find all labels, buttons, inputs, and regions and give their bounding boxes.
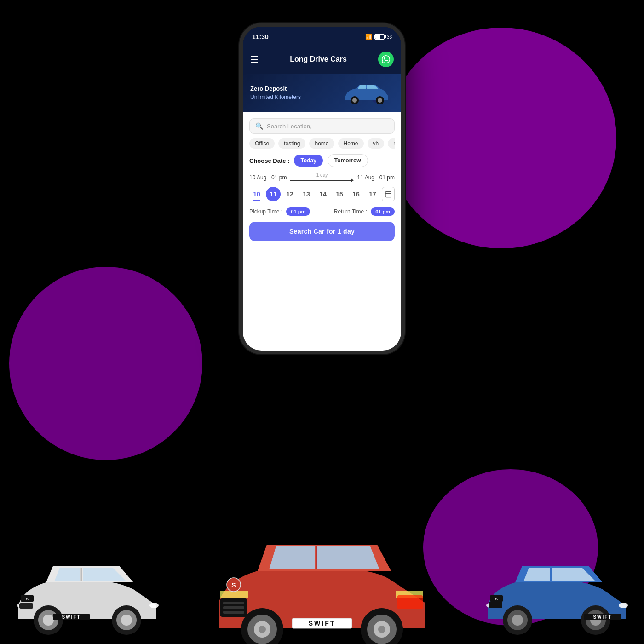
- svg-rect-13: [19, 603, 33, 609]
- pickup-time-value[interactable]: 01 pm: [286, 207, 310, 216]
- whatsapp-button[interactable]: [378, 52, 394, 67]
- pickup-time-label: Pickup Time :: [249, 208, 282, 215]
- chip-testing[interactable]: testing: [278, 138, 305, 149]
- white-car-svg: S SWIFT: [9, 546, 166, 638]
- car-right-container: S SWIFT: [478, 546, 635, 639]
- whatsapp-icon: [382, 55, 390, 63]
- cal-day-15[interactable]: 15: [332, 187, 347, 201]
- svg-point-2: [352, 98, 357, 103]
- app-title: Long Drive Cars: [290, 55, 347, 63]
- chip-home-upper[interactable]: Home: [338, 138, 364, 149]
- phone-frame: 11:30 📶 33 ☰ Long Drive Cars: [239, 23, 405, 354]
- svg-rect-47: [489, 602, 502, 608]
- today-button[interactable]: Today: [294, 155, 322, 167]
- battery-text: 33: [387, 34, 392, 40]
- arrow-line: [290, 178, 353, 182]
- search-car-button[interactable]: Search Car for 1 day: [249, 222, 395, 241]
- calendar-picker-button[interactable]: [382, 187, 395, 201]
- search-card: 🔍 Search Location, Office testing home H…: [243, 112, 401, 354]
- menu-icon[interactable]: ☰: [250, 54, 259, 65]
- hero-line2: Unlimited Kilometers: [250, 94, 301, 100]
- app-header: ☰ Long Drive Cars: [243, 47, 401, 74]
- svg-text:S: S: [495, 597, 498, 601]
- svg-point-36: [259, 626, 266, 633]
- svg-point-11: [150, 603, 159, 608]
- calendar-icon: [385, 190, 392, 198]
- blob-left: [9, 267, 202, 460]
- choose-date-row: Choose Date : Today Tomorrow: [249, 154, 395, 167]
- cal-day-14[interactable]: 14: [316, 187, 330, 201]
- location-chips: Office testing home Home vh med: [249, 138, 395, 149]
- search-icon: 🔍: [255, 122, 263, 130]
- svg-point-50: [512, 615, 523, 626]
- car-left-container: S SWIFT: [9, 546, 166, 639]
- svg-text:S: S: [231, 581, 236, 589]
- chip-vh[interactable]: vh: [368, 138, 385, 149]
- return-time-value[interactable]: 01 pm: [371, 207, 395, 216]
- end-date-label: 11 Aug - 01 pm: [357, 174, 395, 181]
- date-range-arrow: 1 day: [290, 172, 353, 182]
- svg-text:SWIFT: SWIFT: [593, 615, 612, 620]
- cal-day-13[interactable]: 13: [299, 187, 314, 201]
- blob-right: [386, 28, 616, 248]
- cal-day-12[interactable]: 12: [282, 187, 297, 201]
- svg-point-40: [378, 626, 385, 633]
- hero-car-svg: [339, 80, 394, 105]
- status-icons: 📶 33: [365, 34, 392, 40]
- svg-rect-27: [223, 602, 244, 604]
- svg-text:SWIFT: SWIFT: [62, 615, 80, 620]
- return-time-label: Return Time :: [334, 208, 367, 215]
- svg-point-45: [619, 603, 628, 608]
- svg-point-9: [16, 632, 159, 638]
- hero-car-image: [339, 80, 394, 105]
- calendar-dates: 10 11 12 13 14 15 16 17: [249, 187, 395, 201]
- cal-day-11[interactable]: 11: [266, 187, 281, 201]
- hero-line1: Zero Deposit: [250, 85, 301, 92]
- status-time: 11:30: [252, 33, 269, 40]
- svg-rect-30: [397, 595, 423, 609]
- svg-text:S: S: [26, 597, 29, 601]
- chip-office[interactable]: Office: [249, 138, 275, 149]
- red-car-svg: S SWIFT: [207, 513, 437, 644]
- wifi-icon: 📶: [365, 34, 372, 40]
- duration-label: 1 day: [316, 172, 328, 178]
- search-input[interactable]: Search Location,: [267, 123, 312, 130]
- tomorrow-button[interactable]: Tomorrow: [328, 154, 368, 167]
- time-row: Pickup Time : 01 pm Return Time : 01 pm: [249, 207, 395, 215]
- car-center-container: S SWIFT: [207, 513, 437, 644]
- pickup-time-group: Pickup Time : 01 pm: [249, 207, 310, 215]
- blue-car-svg: S SWIFT: [478, 546, 635, 638]
- battery-icon: [374, 34, 385, 40]
- cal-day-16[interactable]: 16: [349, 187, 363, 201]
- svg-rect-28: [223, 606, 244, 609]
- search-input-row[interactable]: 🔍 Search Location,: [249, 118, 395, 134]
- return-time-group: Return Time : 01 pm: [334, 207, 395, 215]
- hero-banner: Zero Deposit Unlimited Kilometers: [243, 74, 401, 112]
- start-date-label: 10 Aug - 01 pm: [249, 174, 287, 181]
- chip-home-lower[interactable]: home: [309, 138, 334, 149]
- phone-mockup: 11:30 📶 33 ☰ Long Drive Cars: [239, 23, 405, 354]
- svg-text:SWIFT: SWIFT: [309, 620, 336, 627]
- cal-day-10[interactable]: 10: [249, 187, 264, 201]
- svg-point-43: [485, 632, 628, 638]
- svg-point-4: [378, 98, 382, 103]
- status-bar: 11:30 📶 33: [243, 27, 401, 47]
- choose-date-label: Choose Date :: [249, 157, 289, 164]
- chip-med[interactable]: med: [388, 138, 395, 149]
- svg-point-16: [43, 615, 54, 626]
- date-range-row: 10 Aug - 01 pm 1 day 11 Aug - 01 pm: [249, 172, 395, 182]
- svg-rect-5: [385, 192, 391, 197]
- svg-rect-29: [223, 611, 244, 614]
- cal-day-17[interactable]: 17: [365, 187, 380, 201]
- hero-text: Zero Deposit Unlimited Kilometers: [250, 85, 301, 100]
- svg-point-19: [121, 615, 132, 626]
- phone-screen: ☰ Long Drive Cars Zero Deposit Unlimited…: [243, 47, 401, 354]
